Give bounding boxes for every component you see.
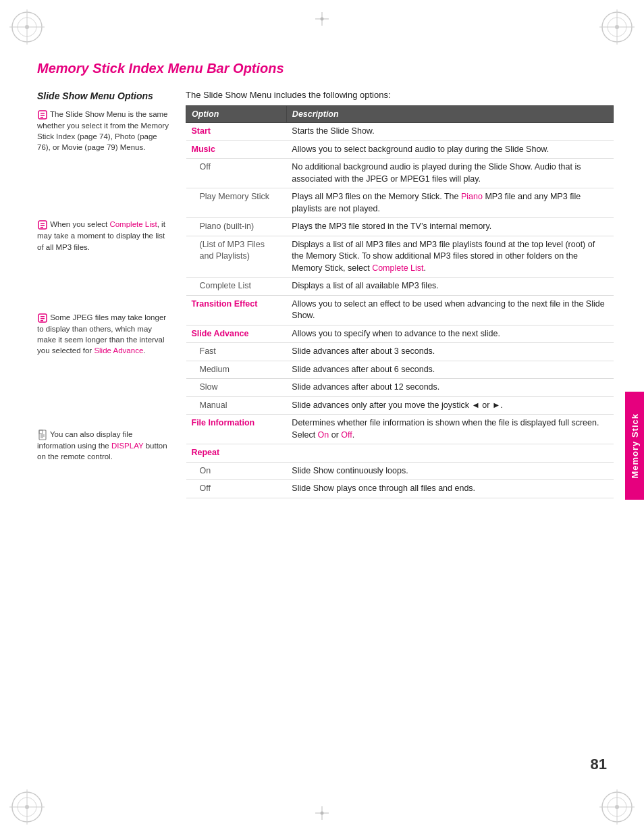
svg-rect-32 [41, 225, 45, 226]
main-content: Memory Stick Index Menu Bar Options Slid… [37, 61, 614, 498]
svg-rect-28 [41, 115, 45, 116]
col-header-option: Option [186, 106, 287, 123]
table-row: Complete List Displays a list of all ava… [186, 278, 614, 296]
note-icon-3 [37, 313, 48, 323]
corner-decoration-br [597, 787, 637, 827]
option-description: Slide Show plays once through all files … [286, 480, 613, 498]
corner-decoration-tr [597, 7, 637, 47]
note-2-text: When you select Complete List, it may ta… [37, 220, 165, 251]
option-label: Music [186, 140, 287, 159]
svg-point-3 [25, 25, 29, 29]
page-number: 81 [591, 756, 607, 773]
svg-rect-39 [39, 430, 43, 434]
option-label: Medium [186, 361, 287, 379]
side-tab: Memory Stick [625, 392, 644, 500]
on-link: On [318, 430, 329, 440]
section-heading: Slide Show Menu Options [37, 90, 172, 102]
option-label: Transition Effect [186, 295, 287, 325]
option-label: File Information [186, 415, 287, 444]
table-row: Slide Advance Allows you to specify when… [186, 325, 614, 343]
table-row: Off Slide Show plays once through all fi… [186, 480, 614, 498]
option-label: Off [186, 159, 287, 188]
option-description: Allows you to select an effect to be use… [286, 295, 613, 325]
table-row: (List of MP3 Files and Playlists) Displa… [186, 236, 614, 278]
corner-decoration-tl [7, 7, 47, 47]
option-description [286, 444, 613, 463]
options-table: Option Description Start Starts the Slid… [186, 105, 614, 498]
complete-list-link-1: Complete List [109, 220, 157, 228]
svg-point-22 [321, 18, 324, 21]
option-description: Slide advances after about 3 seconds. [286, 343, 613, 361]
svg-point-8 [615, 25, 619, 29]
crosshair-bottom [315, 806, 329, 822]
left-column: Slide Show Menu Options The Slide Show M… [37, 90, 172, 498]
option-description: No additional background audio is played… [286, 159, 613, 188]
option-label: Piano (built-in) [186, 218, 287, 236]
svg-rect-27 [41, 113, 45, 114]
note-icon-2 [37, 219, 48, 230]
file-icon [37, 429, 48, 440]
svg-point-13 [25, 805, 29, 809]
off-link: Off [341, 430, 352, 440]
option-label: Play Memory Stick [186, 188, 287, 218]
option-description: Allows you to specify when to advance to… [286, 325, 613, 343]
svg-rect-35 [41, 316, 45, 317]
note-icon-1 [37, 109, 48, 120]
svg-rect-29 [41, 117, 43, 118]
display-link: DISPLAY [111, 442, 144, 450]
note-4-text: You can also display file information us… [37, 430, 167, 461]
table-row: Repeat [186, 444, 614, 463]
option-description: Slide Show continuously loops. [286, 462, 613, 480]
table-row: Slow Slide advances after about 12 secon… [186, 379, 614, 397]
option-description: Displays a list of all MP3 files and MP3… [286, 236, 613, 278]
table-row: On Slide Show continuously loops. [186, 462, 614, 480]
svg-rect-31 [41, 223, 45, 224]
option-description: Determines whether file information is s… [286, 415, 613, 444]
content-layout: Slide Show Menu Options The Slide Show M… [37, 90, 614, 498]
side-tab-label: Memory Stick [630, 413, 640, 479]
table-row: Start Starts the Slide Show. [186, 123, 614, 141]
option-label: Manual [186, 396, 287, 415]
option-description: Slide advances after about 6 seconds. [286, 361, 613, 379]
crosshair-top [315, 12, 329, 28]
option-label: Complete List [186, 278, 287, 296]
table-row: Manual Slide advances only after you mov… [186, 396, 614, 415]
option-description: Plays all MP3 files on the Memory Stick.… [286, 188, 613, 218]
svg-rect-37 [41, 320, 43, 321]
option-label: On [186, 462, 287, 480]
option-description: Slide advances after about 12 seconds. [286, 379, 613, 397]
svg-rect-33 [41, 227, 43, 228]
note-3-text: Some JPEG files may take longer to displ… [37, 313, 166, 355]
option-label: (List of MP3 Files and Playlists) [186, 236, 287, 278]
note-3: Some JPEG files may take longer to displ… [37, 312, 172, 356]
corner-decoration-bl [7, 787, 47, 827]
option-label: Start [186, 123, 287, 141]
complete-list-link-2: Complete List [372, 263, 423, 273]
option-label: Off [186, 480, 287, 498]
table-row: Music Allows you to select background au… [186, 140, 614, 159]
option-label: Fast [186, 343, 287, 361]
option-label: Repeat [186, 444, 287, 463]
option-description: Allows you to select background audio to… [286, 140, 613, 159]
right-column: The Slide Show Menu includes the followi… [186, 90, 614, 498]
option-description: Slide advances only after you move the j… [286, 396, 613, 415]
table-row: File Information Determines whether file… [186, 415, 614, 444]
note-1: The Slide Show Menu is the same whether … [37, 109, 172, 153]
option-label: Slide Advance [186, 325, 287, 343]
option-label: Slow [186, 379, 287, 397]
col-header-description: Description [286, 106, 613, 123]
table-row: Fast Slide advances after about 3 second… [186, 343, 614, 361]
table-row: Play Memory Stick Plays all MP3 files on… [186, 188, 614, 218]
option-description: Displays a list of all available MP3 fil… [286, 278, 613, 296]
intro-text: The Slide Show Menu includes the followi… [186, 90, 614, 100]
note-2: When you select Complete List, it may ta… [37, 219, 172, 252]
piano-link: Piano [461, 192, 483, 201]
slide-advance-link: Slide Advance [94, 346, 143, 355]
svg-point-25 [321, 812, 324, 815]
option-description: Plays the MP3 file stored in the TV’s in… [286, 218, 613, 236]
table-row: Piano (built-in) Plays the MP3 file stor… [186, 218, 614, 236]
table-row: Off No additional background audio is pl… [186, 159, 614, 188]
table-row: Medium Slide advances after about 6 seco… [186, 361, 614, 379]
note-4: You can also display file information us… [37, 429, 172, 462]
table-row: Transition Effect Allows you to select a… [186, 295, 614, 325]
